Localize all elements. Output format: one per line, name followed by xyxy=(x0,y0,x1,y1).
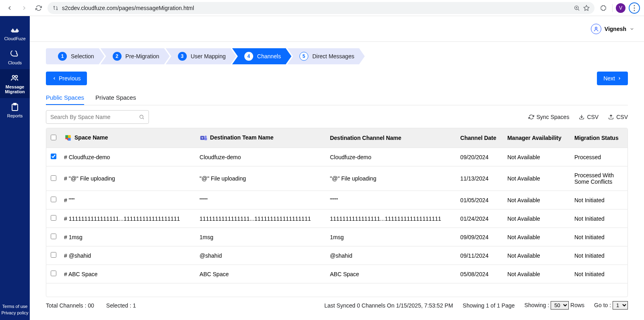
row-checkbox[interactable] xyxy=(51,154,56,159)
cell-destination-channel: Cloudfuze-demo xyxy=(327,148,457,166)
step-selection[interactable]: 1Selection xyxy=(46,48,105,64)
cell-channel-date: 01/24/2024 xyxy=(457,209,504,228)
cell-channel-date: 09/11/2024 xyxy=(457,246,504,265)
search-box[interactable] xyxy=(46,110,149,124)
selected-count-label: Selected : 1 xyxy=(106,302,136,309)
sidebar-item-clouds[interactable]: Clouds xyxy=(0,45,30,69)
step-user-mapping[interactable]: 3User Mapping xyxy=(166,48,236,64)
sidebar: CloudFuze Clouds Message Migration Repor… xyxy=(0,16,30,320)
tab-public-spaces[interactable]: Public Spaces xyxy=(46,91,84,105)
svg-point-7 xyxy=(15,76,17,78)
table-row: # """""""""""01/05/2024Not AvailableNot … xyxy=(46,191,627,209)
cloud-icon xyxy=(10,49,20,59)
zoom-icon[interactable] xyxy=(574,5,580,11)
cell-manager-availability: Not Available xyxy=(504,246,571,265)
svg-point-1 xyxy=(56,9,57,10)
row-checkbox[interactable] xyxy=(51,234,56,239)
browser-toolbar: s2cdev.cloudfuze.com/pages/messageMigrat… xyxy=(0,0,644,16)
cell-space-name: # 1msg xyxy=(61,228,196,246)
row-checkbox[interactable] xyxy=(51,215,56,221)
cell-destination-team: Cloudfuze-demo xyxy=(196,148,327,166)
back-button[interactable] xyxy=(4,2,15,14)
download-csv-button[interactable]: CSV xyxy=(579,114,599,120)
cell-channel-date: 11/13/2024 xyxy=(457,166,504,191)
col-migration-status: Migration Status xyxy=(571,128,627,148)
reload-button[interactable] xyxy=(33,2,44,14)
table-row: # "@" File uploading"@" File uploading"@… xyxy=(46,166,627,191)
cell-migration-status: Processed xyxy=(571,148,627,166)
step-direct-messages[interactable]: 5Direct Messages xyxy=(287,48,365,64)
select-all-checkbox[interactable] xyxy=(51,135,56,140)
profile-avatar[interactable]: V xyxy=(616,3,625,13)
sync-icon xyxy=(528,114,534,120)
upload-icon xyxy=(608,114,614,120)
showing-page-label: Showing 1 of 1 Page xyxy=(463,302,515,309)
cell-destination-team: "@" File uploading xyxy=(196,166,327,191)
sidebar-item-message-migration[interactable]: Message Migration xyxy=(0,69,30,98)
cell-migration-status: Not Initiated xyxy=(571,191,627,209)
cell-space-name: # ABC Space xyxy=(61,265,196,283)
previous-button[interactable]: Previous xyxy=(46,72,87,85)
svg-point-0 xyxy=(54,6,54,7)
svg-point-4 xyxy=(634,7,635,8)
teams-icon: T xyxy=(200,134,208,142)
svg-point-5 xyxy=(634,10,635,11)
sidebar-footer: Terms of use Privacy policy xyxy=(0,303,30,316)
table-row: # 1msg1msg1msg09/09/2024Not AvailableNot… xyxy=(46,228,627,246)
table-row: # ABC SpaceABC SpaceABC Space05/08/2024N… xyxy=(46,265,627,283)
sidebar-item-cloudfuze[interactable]: CloudFuze xyxy=(0,21,30,45)
rows-per-page: Showing : 50 Rows xyxy=(524,301,584,310)
table-footer: Total Channels : 00 Selected : 1 Last Sy… xyxy=(46,297,628,314)
privacy-link[interactable]: Privacy policy xyxy=(0,310,30,316)
users-icon xyxy=(10,73,20,83)
bookmark-icon[interactable] xyxy=(583,5,590,11)
search-input[interactable] xyxy=(50,114,139,120)
cell-manager-availability: Not Available xyxy=(504,166,571,191)
sync-spaces-button[interactable]: Sync Spaces xyxy=(528,114,570,120)
row-checkbox[interactable] xyxy=(51,271,56,276)
search-icon xyxy=(139,114,144,120)
cell-space-name: # Cloudfuze-demo xyxy=(61,148,196,166)
extensions-icon[interactable] xyxy=(598,2,609,14)
browser-menu-icon[interactable] xyxy=(629,2,640,14)
cell-channel-date: 05/08/2024 xyxy=(457,265,504,283)
cell-destination-channel: ABC Space xyxy=(327,265,457,283)
channels-table: Space Name TDestination Team Name Destin… xyxy=(46,128,628,297)
site-settings-icon[interactable] xyxy=(52,5,59,11)
cell-manager-availability: Not Available xyxy=(504,209,571,228)
table-row: # @shahid@shahid@shahid09/11/2024Not Ava… xyxy=(46,246,627,265)
upload-csv-button[interactable]: CSV xyxy=(608,114,628,120)
cell-channel-date: 09/20/2024 xyxy=(457,148,504,166)
cell-space-name: # "@" File uploading xyxy=(61,166,196,191)
step-channels[interactable]: 4Channels xyxy=(232,48,291,64)
topbar: Vignesh xyxy=(30,16,644,42)
wizard-steps: 1Selection 2Pre-Migration 3User Mapping … xyxy=(46,48,628,64)
cell-channel-date: 09/09/2024 xyxy=(457,228,504,246)
cell-channel-date: 01/05/2024 xyxy=(457,191,504,209)
step-label: Direct Messages xyxy=(312,53,354,59)
address-bar[interactable]: s2cdev.cloudfuze.com/pages/messageMigrat… xyxy=(47,2,594,14)
total-channels-label: Total Channels : 00 xyxy=(46,302,94,309)
col-channel-date: Channel Date xyxy=(457,128,504,148)
goto-select[interactable]: 1 xyxy=(613,301,628,310)
step-pre-migration[interactable]: 2Pre-Migration xyxy=(101,48,170,64)
rows-select[interactable]: 50 xyxy=(551,301,569,310)
cell-migration-status: Not Initiated xyxy=(571,209,627,228)
forward-button[interactable] xyxy=(19,2,30,14)
cell-migration-status: Not Initiated xyxy=(571,246,627,265)
table-row: # 1111111111111111...1111111111111111111… xyxy=(46,209,627,228)
terms-link[interactable]: Terms of use xyxy=(0,303,30,310)
clipboard-icon xyxy=(10,102,20,112)
next-button[interactable]: Next xyxy=(597,72,628,85)
sidebar-item-reports[interactable]: Reports xyxy=(0,98,30,122)
tab-private-spaces[interactable]: Private Spaces xyxy=(95,91,136,105)
user-menu[interactable]: Vignesh xyxy=(591,24,634,34)
col-destination-team: TDestination Team Name xyxy=(196,128,327,148)
cell-migration-status: Not Initiated xyxy=(571,228,627,246)
row-checkbox[interactable] xyxy=(51,175,56,181)
svg-point-6 xyxy=(12,76,14,78)
row-checkbox[interactable] xyxy=(51,252,56,258)
step-label: Channels xyxy=(257,53,281,59)
space-tabs: Public Spaces Private Spaces xyxy=(46,91,628,105)
row-checkbox[interactable] xyxy=(51,197,56,202)
